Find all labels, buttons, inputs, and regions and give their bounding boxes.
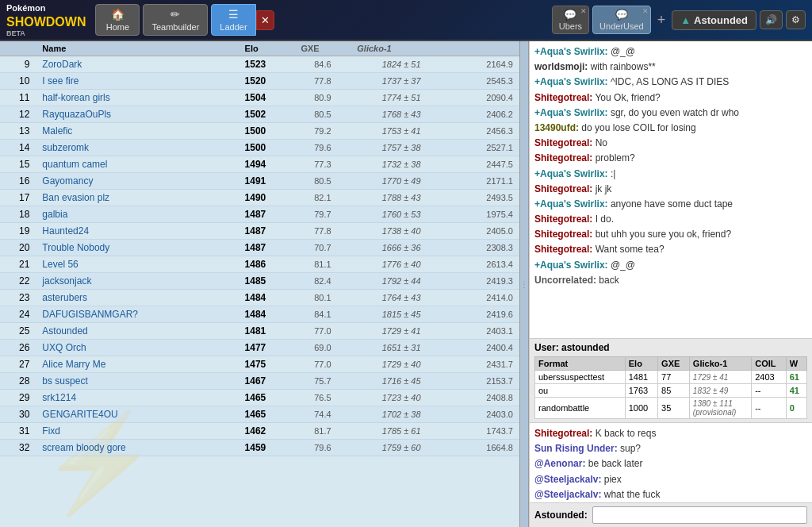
table-row: 28 bs suspect 1467 75.7 1716 ± 45 2153.7 (0, 373, 519, 390)
ladder-icon: ☰ (228, 8, 239, 21)
cell-name[interactable]: I see fire (36, 73, 238, 90)
cell-glicko: 1729 ± 41 (350, 323, 452, 340)
chat-message: 13490ufd: do you lose COIL for losing (534, 121, 807, 136)
chat-text: be back later (585, 458, 642, 469)
ubers-close-icon[interactable]: ✕ (580, 7, 587, 15)
cell-name[interactable]: half-korean girls (36, 90, 238, 106)
chat-message: Shitegotreal: K back to reqs (534, 426, 807, 441)
chat-message: Shitegotreal: jk jk (534, 182, 807, 197)
underused-tab[interactable]: 💬 UnderUsed ✕ (592, 6, 651, 34)
cell-elo: 1462 (239, 423, 295, 440)
cell-name[interactable]: Gayomancy (36, 173, 238, 190)
stats-cell-gxe: 77 (658, 371, 690, 384)
settings-button[interactable]: ⚙ (786, 10, 806, 29)
cell-name[interactable]: srk1214 (36, 390, 238, 406)
home-button[interactable]: 🏠 Home (95, 4, 140, 36)
scroll-divider: ⋮ (519, 41, 529, 527)
cell-elo: 1477 (239, 340, 295, 356)
chat-username: +Aqua's Swirlix: (534, 168, 608, 179)
chat-username: @Aenonar: (534, 458, 585, 469)
stats-row: uberssuspecttest 1481 77 1729 ± 41 2403 … (535, 371, 807, 384)
stats-cell-coil: 2403 (752, 371, 787, 384)
cell-name[interactable]: asterubers (36, 290, 238, 306)
cell-gxe: 77.8 (294, 73, 350, 90)
chat-message: Shitegotreal: Want some tea? (534, 242, 807, 257)
table-row: 9 ZoroDark 1523 84.6 1824 ± 51 2164.9 (0, 56, 519, 73)
chat-input[interactable] (592, 506, 807, 524)
cell-rank: 14 (0, 140, 36, 156)
stats-rows: uberssuspecttest 1481 77 1729 ± 41 2403 … (535, 371, 807, 419)
chat-message: +Aqua's Swirlix: sgr, do you even watch … (534, 106, 807, 121)
cell-name[interactable]: jacksonjack (36, 273, 238, 290)
chat-message: +Aqua's Swirlix: ^IDC, AS LONG AS IT DIE… (534, 75, 807, 90)
cell-name[interactable]: UXQ Orch (36, 340, 238, 356)
cell-pts: 2164.9 (452, 56, 519, 73)
cell-name[interactable]: GENGARITE4OU (36, 406, 238, 423)
cell-pts: 2403.0 (452, 406, 519, 423)
ladder-button[interactable]: ☰ Ladder (211, 4, 255, 36)
col-pts (452, 41, 519, 56)
cell-rank: 26 (0, 340, 36, 356)
cell-name[interactable]: Trouble Nobody (36, 240, 238, 256)
cell-pts: 2400.4 (452, 340, 519, 356)
cell-name[interactable]: bs suspect (36, 373, 238, 390)
table-row: 19 Haunted24 1487 77.8 1738 ± 40 2405.0 (0, 223, 519, 240)
cell-name[interactable]: Alice Marry Me (36, 356, 238, 373)
user-button[interactable]: ▲ Astounded (672, 10, 756, 30)
ladder-area[interactable]: ⚡ Name Elo GXE Glicko-1 9 ZoroDark 1523 … (0, 41, 519, 527)
cell-rank: 20 (0, 240, 36, 256)
cell-gxe: 80.5 (294, 173, 350, 190)
chat-messages[interactable]: +Aqua's Swirlix: @_@worldsmoji: with rai… (530, 41, 812, 338)
cell-name[interactable]: Astounded (36, 323, 238, 340)
cell-glicko: 1760 ± 53 (350, 206, 452, 223)
cell-pts: 2414.0 (452, 290, 519, 306)
table-row: 13 Malefic 1500 79.2 1753 ± 41 2456.3 (0, 123, 519, 140)
cell-glicko: 1716 ± 45 (350, 373, 452, 390)
cell-gxe: 76.5 (294, 390, 350, 406)
cell-name[interactable]: Fixd (36, 423, 238, 440)
chat-text: sgr, do you even watch dr who (608, 107, 739, 118)
home-label: Home (106, 22, 129, 32)
cell-name[interactable]: scream bloody gore (36, 440, 238, 456)
cell-gxe: 81.7 (294, 423, 350, 440)
cell-name[interactable]: Malefic (36, 123, 238, 140)
cell-gxe: 69.0 (294, 340, 350, 356)
table-row: 24 DAFUGISBANMGAR? 1484 84.1 1815 ± 45 2… (0, 306, 519, 323)
teambuilder-button[interactable]: ✏ Teambuilder (143, 4, 208, 36)
cell-name[interactable]: ZoroDark (36, 56, 238, 73)
cell-gxe: 80.1 (294, 290, 350, 306)
cell-name[interactable]: Ban evasion plz (36, 190, 238, 206)
cell-name[interactable]: RayquazaOuPls (36, 106, 238, 123)
stats-cell-format: ou (535, 384, 626, 398)
underused-close-icon[interactable]: ✕ (642, 7, 649, 15)
cell-name[interactable]: DAFUGISBANMGAR? (36, 306, 238, 323)
chat-username: +Aqua's Swirlix: (534, 198, 608, 210)
stats-cell-elo: 1481 (625, 371, 657, 384)
cell-name[interactable]: galbia (36, 206, 238, 223)
underused-label: UnderUsed (599, 21, 644, 31)
table-row: 15 quantum camel 1494 77.3 1732 ± 38 244… (0, 156, 519, 173)
sound-button[interactable]: 🔊 (760, 10, 783, 29)
cell-name[interactable]: quantum camel (36, 156, 238, 173)
chat-messages-after[interactable]: Shitegotreal: K back to reqsSun Rising U… (530, 423, 812, 502)
cell-gxe: 82.1 (294, 190, 350, 206)
chat-username: Shitegotreal: (534, 428, 592, 439)
cell-glicko: 1759 ± 60 (350, 440, 452, 456)
cell-glicko: 1753 ± 41 (350, 123, 452, 140)
cell-glicko: 1737 ± 37 (350, 73, 452, 90)
cell-glicko: 1702 ± 38 (350, 406, 452, 423)
stats-col-coil: COIL (752, 357, 787, 371)
cell-name[interactable]: Haunted24 (36, 223, 238, 240)
cell-name[interactable]: Level 56 (36, 256, 238, 273)
table-row: 20 Trouble Nobody 1487 70.7 1666 ± 36 23… (0, 240, 519, 256)
ubers-tab[interactable]: 💬 Ubers ✕ (552, 6, 589, 34)
cell-name[interactable]: subzeromk (36, 140, 238, 156)
chat-text: do you lose COIL for losing (579, 122, 696, 133)
ladder-close-button[interactable]: ✕ (256, 10, 274, 30)
add-tab-button[interactable]: + (654, 12, 669, 29)
stats-row: randombattle 1000 35 1380 ± 111(provisio… (535, 398, 807, 419)
cell-elo: 1467 (239, 373, 295, 390)
cell-pts: 2447.5 (452, 156, 519, 173)
cell-rank: 31 (0, 423, 36, 440)
cell-gxe: 77.8 (294, 223, 350, 240)
